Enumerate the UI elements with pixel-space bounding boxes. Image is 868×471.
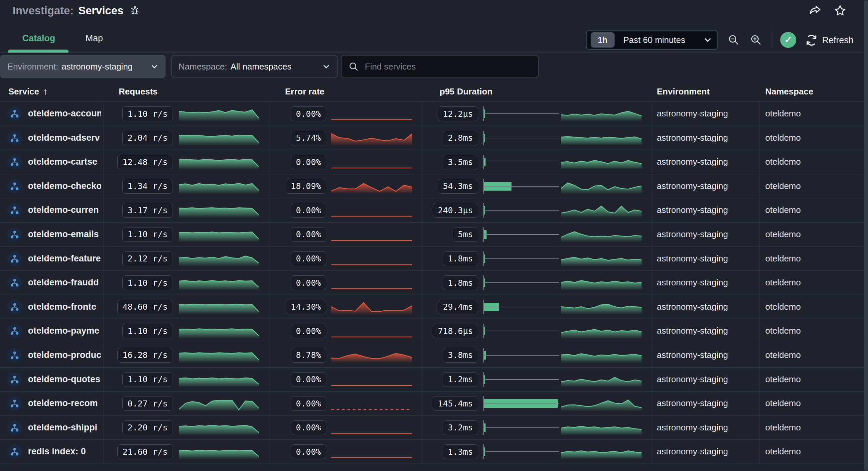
p95-duration-sparkline — [561, 179, 642, 194]
debug-icon[interactable] — [128, 4, 141, 17]
service-name-link[interactable]: oteldemo-curren — [28, 198, 101, 222]
chevron-down-icon — [150, 63, 158, 70]
share-icon[interactable] — [808, 4, 822, 17]
table-row: oteldemo-adserv 2.04 r/s 5.74% 2.8ms ast… — [0, 126, 868, 150]
service-name-link[interactable]: oteldemo-feature — [28, 247, 101, 271]
p95-duration-badge: 3.5ms — [443, 155, 478, 169]
time-duration-chip[interactable]: 1h — [591, 32, 615, 48]
environment-cell: astronomy-staging — [657, 271, 728, 294]
service-name-link[interactable]: oteldemo-accoun — [28, 102, 101, 125]
namespace-cell: oteldemo — [765, 440, 801, 463]
zoom-out-icon[interactable] — [727, 33, 740, 46]
search-input[interactable] — [364, 61, 531, 72]
environment-filter-dropdown[interactable]: Environment: astronomy-staging — [0, 55, 166, 78]
tab-catalog[interactable]: Catalog — [22, 33, 55, 43]
p95-duration-badge: 3.2ms — [443, 420, 478, 435]
column-divider — [651, 102, 652, 126]
p95-duration-sparkline — [561, 348, 642, 363]
table-row: oteldemo-emails 1.10 r/s 0.00% 5ms astro… — [0, 222, 868, 247]
column-header-error-rate[interactable]: Error rate — [285, 82, 324, 101]
requests-badge: 1.10 r/s — [122, 106, 173, 121]
find-services-searchbox[interactable] — [341, 55, 539, 78]
column-divider — [651, 271, 652, 295]
p95-duration-sparkline — [561, 227, 642, 242]
namespace-cell: oteldemo — [765, 319, 801, 343]
column-divider — [759, 222, 760, 247]
service-name-link[interactable]: oteldemo-recom — [28, 391, 101, 415]
query-status-check-icon[interactable]: ✓ — [780, 32, 796, 48]
column-header-environment[interactable]: Environment — [657, 82, 710, 101]
table-row: redis index: 0 21.60 r/s 0.00% 1.3ms ast… — [0, 439, 868, 464]
service-name-link[interactable]: oteldemo-quotes — [28, 368, 101, 391]
column-header-service[interactable]: Service↑ — [8, 82, 48, 101]
error-rate-badge: 0.00% — [291, 420, 326, 435]
service-name-link[interactable]: oteldemo-payme — [28, 319, 101, 343]
search-icon — [348, 61, 359, 72]
column-divider — [103, 295, 104, 319]
service-graph-icon — [7, 300, 22, 314]
environment-cell: astronomy-staging — [657, 126, 728, 150]
zoom-in-icon[interactable] — [749, 33, 763, 46]
favorite-star-icon[interactable] — [833, 4, 847, 17]
column-divider — [651, 391, 652, 415]
p95-duration-gauge — [483, 227, 559, 242]
column-divider — [759, 102, 760, 126]
requests-badge: 1.10 r/s — [122, 372, 173, 387]
column-divider — [759, 440, 760, 464]
requests-badge: 21.60 r/s — [117, 444, 173, 459]
namespace-cell: oteldemo — [765, 198, 801, 222]
column-divider — [651, 416, 652, 440]
service-name-link[interactable]: oteldemo-fronte — [28, 295, 101, 319]
namespace-filter-dropdown[interactable]: Namespace: All namespaces — [171, 55, 338, 78]
service-name-link[interactable]: oteldemo-adserv — [28, 126, 101, 150]
column-divider — [651, 150, 652, 174]
column-divider — [651, 295, 652, 319]
error-rate-badge: 0.00% — [291, 251, 326, 266]
refresh-button[interactable]: Refresh — [805, 33, 854, 48]
toolbar-divider — [772, 31, 772, 49]
column-header-namespace[interactable]: Namespace — [765, 82, 813, 101]
service-graph-icon — [7, 324, 22, 338]
service-name-link[interactable]: oteldemo-shippi — [28, 416, 101, 439]
tab-map[interactable]: Map — [86, 33, 103, 43]
p95-duration-badge: 2.8ms — [443, 131, 478, 145]
column-header-p95-duration[interactable]: p95 Duration — [440, 82, 493, 101]
service-name-link[interactable]: oteldemo-produc — [28, 343, 101, 367]
requests-badge: 1.10 r/s — [122, 275, 173, 290]
column-divider — [651, 440, 652, 464]
table-row: oteldemo-quotes 1.10 r/s 0.00% 1.2ms ast… — [0, 367, 868, 391]
column-divider — [759, 126, 760, 150]
vertical-scrollbar[interactable] — [864, 0, 868, 471]
column-divider — [103, 198, 104, 222]
service-name-link[interactable]: oteldemo-fraudd — [28, 271, 101, 294]
error-rate-badge: 0.00% — [291, 155, 326, 169]
service-name-link[interactable]: oteldemo-emails — [28, 222, 101, 246]
time-range-picker[interactable]: 1h Past 60 minutes — [586, 30, 718, 50]
service-graph-icon — [7, 275, 22, 290]
column-header-requests[interactable]: Requests — [119, 82, 158, 101]
service-name-link[interactable]: oteldemo-cartse — [28, 150, 101, 174]
error-rate-sparkline — [331, 420, 412, 435]
service-name-link[interactable]: redis index: 0 — [28, 440, 101, 463]
service-name-link[interactable]: oteldemo-checko — [28, 174, 101, 198]
environment-filter-label: Environment: — [7, 62, 58, 72]
requests-badge: 2.04 r/s — [122, 131, 173, 145]
p95-duration-gauge — [483, 444, 559, 459]
column-divider — [103, 222, 104, 247]
namespace-cell: oteldemo — [765, 416, 801, 439]
table-row: oteldemo-recom 0.27 r/s 0.00% 145.4ms as… — [0, 391, 868, 415]
p95-duration-sparkline — [561, 275, 642, 290]
services-inventory-page: Investigate: Services Catalog Map 1h Pas… — [0, 0, 868, 471]
error-rate-sparkline — [331, 372, 412, 387]
p95-duration-sparkline — [561, 420, 642, 435]
namespace-cell: oteldemo — [765, 343, 801, 367]
chevron-down-icon — [322, 63, 330, 70]
requests-sparkline — [179, 131, 259, 145]
table-row: oteldemo-curren 3.17 r/s 0.00% 240.3µs a… — [0, 198, 868, 222]
tabs-divider — [0, 53, 868, 53]
column-divider — [759, 198, 760, 222]
p95-duration-badge: 145.4ms — [433, 396, 478, 411]
column-divider — [759, 271, 760, 295]
sort-ascending-icon: ↑ — [43, 86, 48, 96]
refresh-label: Refresh — [822, 35, 854, 45]
